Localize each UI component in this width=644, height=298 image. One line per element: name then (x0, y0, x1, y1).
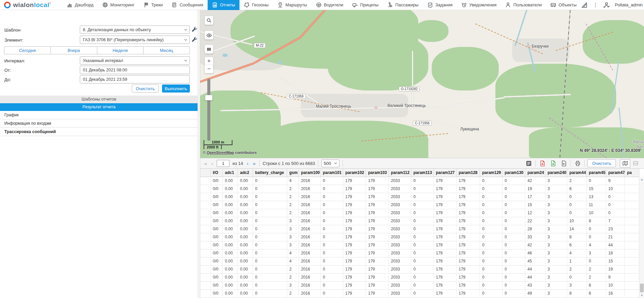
table-row[interactable]: 0/00.000.0003201601791792033017917900423… (200, 241, 639, 249)
units-icon (550, 2, 556, 8)
tab-geofences[interactable]: Геозоны (239, 0, 273, 10)
table-row[interactable]: 0/00.000.0004201601791792033017917900463… (200, 249, 639, 257)
tab-trailers[interactable]: Прицепы (348, 0, 383, 10)
current-user-name[interactable]: Poltata_admin (615, 2, 643, 7)
next-page-icon[interactable]: › (246, 161, 249, 166)
table-cell: 179 (433, 257, 456, 265)
zoom-slider-handle[interactable] (205, 95, 213, 101)
table-row[interactable]: 0/00.000.0004201601791792033017917900453… (200, 257, 639, 265)
osm-link[interactable]: OpenStreetMap (207, 151, 234, 155)
tab-routes[interactable]: Маршруты (273, 0, 312, 10)
table-scrollbar[interactable]: ▲ ▼ (639, 177, 644, 298)
table-row[interactable]: 0/00.000.0003201601791792033017917900223… (200, 217, 639, 225)
tab-units[interactable]: Объекты (546, 0, 581, 10)
zoom-slider-track[interactable] (207, 79, 210, 141)
table-row[interactable]: 0/00.000.0003201601791792033017917900433… (200, 281, 639, 289)
to-date-input[interactable]: 01 Декабрь 2021 23:59 (80, 75, 190, 83)
element-settings-wrench-icon[interactable] (192, 37, 198, 43)
table-cell: 44 (525, 265, 545, 273)
export-file-button[interactable] (560, 159, 568, 167)
table-cell: 4 (287, 249, 299, 257)
table-cell: 2 (567, 177, 586, 185)
first-page-icon[interactable]: « (204, 161, 208, 166)
column-header: param113 (411, 169, 433, 177)
map-search-button[interactable] (205, 16, 213, 25)
table-cell: 0 (253, 193, 287, 201)
tab-notifications[interactable]: Уведомления (457, 0, 501, 10)
range-today-button[interactable]: Сегодня (4, 46, 51, 54)
export-excel-button[interactable] (549, 159, 557, 167)
more-menu-icon[interactable]: ⋮ (593, 3, 598, 7)
user-switch-icon[interactable] (603, 2, 610, 8)
section-report-result[interactable]: Результат отчета (0, 103, 198, 111)
template-select[interactable]: 8. Детализация данных по объекту (80, 25, 190, 34)
result-item-inputs-info[interactable]: Информация по входам (0, 119, 198, 128)
road-shield: С-171956 (413, 121, 432, 126)
table-row[interactable]: 0/00.000.0002201601791792033017917900443… (200, 273, 639, 281)
map-view-toggle[interactable] (620, 159, 630, 168)
page-size-select[interactable]: 500 (321, 160, 339, 167)
result-item-chart[interactable]: График (0, 111, 198, 119)
table-cell: 0 (502, 257, 525, 265)
table-row[interactable]: 0/00.000.0004201601791792033017917900423… (200, 177, 639, 185)
table-row[interactable]: 0/00.000.0002201601791792033017917900443… (200, 265, 639, 273)
tab-passengers[interactable]: Пассажиры (383, 0, 423, 10)
range-week-button[interactable]: Неделя (97, 46, 144, 54)
table-cell: 0 (480, 225, 502, 233)
range-yesterday-button[interactable]: Вчера (50, 46, 97, 54)
execute-report-button[interactable]: Выполнить (162, 84, 190, 93)
interval-select[interactable]: Указанный интервал (80, 56, 190, 65)
table-cell: 0 (606, 193, 625, 201)
template-settings-wrench-icon[interactable] (192, 26, 198, 33)
last-page-icon[interactable]: » (252, 161, 256, 166)
scroll-down-icon[interactable]: ▼ (639, 293, 644, 298)
table-cell: 0 (586, 177, 606, 185)
column-header: param44 (567, 169, 586, 177)
scroll-up-icon[interactable]: ▲ (639, 177, 644, 182)
map[interactable]: М-22 О-1719282 С-171959 С-171956 Безручк… (200, 10, 644, 158)
zoom-out-button[interactable]: − (205, 65, 213, 73)
scrollbar-thumb[interactable] (640, 284, 644, 292)
result-item-message-tracing[interactable]: Трассировка сообщений (0, 128, 198, 136)
table-row[interactable]: 0/00.000.0002201601791792033017917900173… (200, 193, 639, 201)
tab-tracks[interactable]: Треки (139, 0, 167, 10)
split-view-toggle[interactable] (630, 159, 641, 168)
report-summary-button[interactable] (525, 159, 533, 167)
tab-reports[interactable]: Отчеты (208, 0, 239, 10)
tab-monitoring[interactable]: Мониторинг (98, 0, 139, 10)
table-cell: 0 (253, 273, 287, 281)
tab-drivers[interactable]: Водители (312, 0, 348, 10)
table-row[interactable]: 0/00.000.0003201601791792033017917900333… (200, 233, 639, 241)
clear-report-button[interactable]: Очистить (132, 84, 159, 93)
table-cell: 0 (411, 201, 433, 209)
section-report-templates[interactable]: Шаблоны отчетов (0, 96, 198, 103)
table-row[interactable]: 0/00.000.0002201601791792033017917900493… (200, 289, 639, 297)
export-pdf-button[interactable] (538, 159, 546, 167)
clear-result-button[interactable]: Очистить (587, 159, 616, 167)
messages-table: I/Oadc1adc2battery_chargegsmparam100para… (200, 169, 644, 298)
from-date-input[interactable]: 01 Декабрь 2021 08:00 (80, 66, 190, 74)
map-layers-button[interactable] (205, 45, 213, 54)
table-row[interactable]: 0/00.000.0002201601791792033017917900123… (200, 209, 639, 217)
element-select[interactable]: ГАЗ ВІ 3706 ВІ* (Перепроверить линейку) (80, 36, 190, 44)
print-button[interactable] (574, 159, 582, 167)
panel-scrollbar[interactable] (198, 10, 200, 298)
table-cell: 0 (253, 281, 287, 289)
divider (318, 160, 318, 167)
map-visibility-button[interactable] (205, 31, 213, 40)
page-number-input[interactable] (217, 160, 229, 167)
tab-users[interactable]: Пользователи (501, 0, 546, 10)
tab-messages[interactable]: Сообщения (167, 0, 208, 10)
table-cell: 6 (567, 241, 586, 249)
table-row[interactable]: 0/00.000.0003201601791792033017917900283… (200, 225, 639, 233)
prev-page-icon[interactable]: ‹ (211, 161, 214, 166)
table-row[interactable]: 0/00.000.0002201601791792033017917900193… (200, 185, 639, 193)
range-month-button[interactable]: Месяц (143, 46, 190, 54)
tab-jobs[interactable]: Задания (423, 0, 457, 10)
table-cell: 0/0 (210, 209, 222, 217)
tab-dashboard[interactable]: Дашборд (62, 0, 98, 10)
zoom-in-button[interactable]: + (205, 57, 213, 65)
table-row[interactable]: 0/00.000.0002201601791792033017917900153… (200, 201, 639, 209)
row-gutter (200, 217, 210, 225)
ruler-icon[interactable] (581, 2, 588, 8)
